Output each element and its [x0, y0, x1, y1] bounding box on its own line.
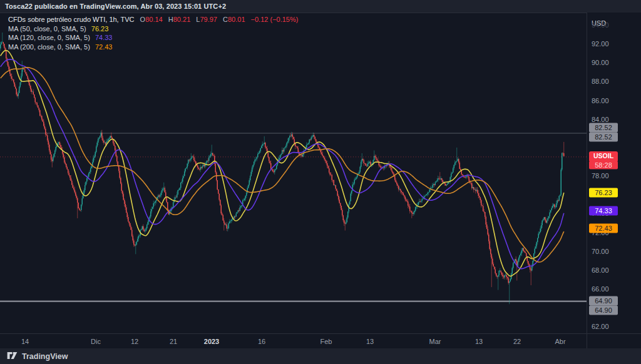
time-tick-label: 22	[513, 338, 521, 345]
price-badge: 64.90	[589, 305, 618, 315]
price-badge: 76.23	[589, 188, 618, 197]
candlestick-chart[interactable]	[0, 13, 587, 333]
tradingview-logo-icon	[6, 351, 18, 361]
down-candle-wicks	[3, 42, 564, 287]
price-tick-label: 86.00	[592, 97, 609, 104]
price-badge: 82.52	[589, 133, 618, 142]
time-tick-label: 13	[475, 338, 483, 345]
time-tick-label: 2023	[204, 338, 219, 345]
time-tick-label: 14	[21, 338, 29, 345]
price-badge: 74.33	[589, 206, 618, 215]
legend-ma50-row[interactable]: MA (50, close, 0, SMA, 5) 76.23	[8, 24, 298, 34]
low-value: 79.97	[200, 16, 217, 23]
price-tick-label: 90.00	[592, 59, 609, 66]
price-axis[interactable]: USD 94.0092.0090.0088.0086.0084.0082.007…	[587, 13, 641, 348]
time-tick-label: 12	[131, 338, 138, 345]
change-value: −0.12 (−0.15%)	[251, 16, 299, 23]
time-tick-label: 13	[366, 338, 374, 345]
open-value: 80.14	[145, 16, 163, 23]
open-label: O	[140, 16, 146, 23]
ma50-line	[1, 51, 564, 276]
price-badge: 82.52	[589, 123, 618, 133]
price-tick-label: 78.00	[592, 172, 609, 179]
high-value: 80.21	[173, 16, 191, 23]
ma120-value: 74.33	[95, 34, 113, 41]
legend-ma200-row[interactable]: MA (200, close, 0, SMA, 5) 72.43	[8, 43, 298, 52]
ma50-label: MA (50, close, 0, SMA, 5)	[8, 25, 86, 33]
bottom-brand-bar: TradingView	[0, 348, 641, 364]
price-badge: 58:28	[589, 161, 618, 169]
tradingview-logo-link[interactable]: TradingView	[6, 351, 68, 361]
ma120-line	[1, 59, 564, 269]
time-tick-label: Mar	[429, 338, 441, 345]
price-badge: 64.90	[589, 296, 618, 305]
time-tick-label: Feb	[320, 338, 332, 345]
legend-ma120-row[interactable]: MA (120, close, 0, SMA, 5) 74.33	[8, 33, 298, 43]
time-tick-label: 21	[170, 338, 177, 345]
price-tick-label: 66.00	[592, 285, 609, 293]
ma120-label: MA (120, close, 0, SMA, 5)	[8, 34, 90, 41]
time-tick-label: 16	[258, 338, 265, 345]
time-axis[interactable]: 14Dic1221202316Feb13Mar1322Abr	[0, 333, 641, 349]
symbol-description: CFDs sobre petróleo crudo WTI, 1h, TVC	[8, 16, 135, 23]
price-badge: 72.43	[589, 224, 618, 233]
time-tick-label: Abr	[555, 338, 565, 345]
tradingview-snapshot: Tosca22 publicado en TradingView.com, Ab…	[0, 0, 641, 364]
price-tick-label: 84.00	[592, 116, 609, 123]
tradingview-brand-text: TradingView	[22, 352, 68, 361]
ma200-label: MA (200, close, 0, SMA, 5)	[8, 43, 90, 51]
close-label: C	[223, 16, 228, 23]
ma200-line	[1, 68, 564, 262]
up-candle-wicks	[1, 33, 562, 304]
chart-plot-area[interactable]: CFDs sobre petróleo crudo WTI, 1h, TVC O…	[0, 13, 587, 333]
ma50-value: 76.23	[91, 25, 109, 33]
price-tick-label: 70.00	[592, 248, 609, 255]
close-value: 80.01	[228, 16, 245, 23]
chart-legend: CFDs sobre petróleo crudo WTI, 1h, TVC O…	[8, 15, 298, 51]
time-tick-label: Dic	[91, 338, 101, 345]
publication-title: Tosca22 publicado en TradingView.com, Ab…	[5, 3, 226, 10]
price-tick-label: 94.00	[592, 21, 609, 29]
publication-header: Tosca22 publicado en TradingView.com, Ab…	[0, 0, 641, 13]
legend-symbol-row[interactable]: CFDs sobre petróleo crudo WTI, 1h, TVC O…	[8, 15, 298, 24]
price-tick-label: 62.00	[592, 323, 609, 330]
price-tick-label: 88.00	[592, 78, 609, 85]
ma200-value: 72.43	[95, 43, 113, 51]
price-tick-label: 92.00	[592, 40, 609, 48]
high-label: H	[168, 16, 173, 23]
symbol-price-label: USOIL	[589, 151, 618, 161]
up-candle-bodies	[1, 42, 562, 283]
price-tick-label: 68.00	[592, 266, 609, 274]
